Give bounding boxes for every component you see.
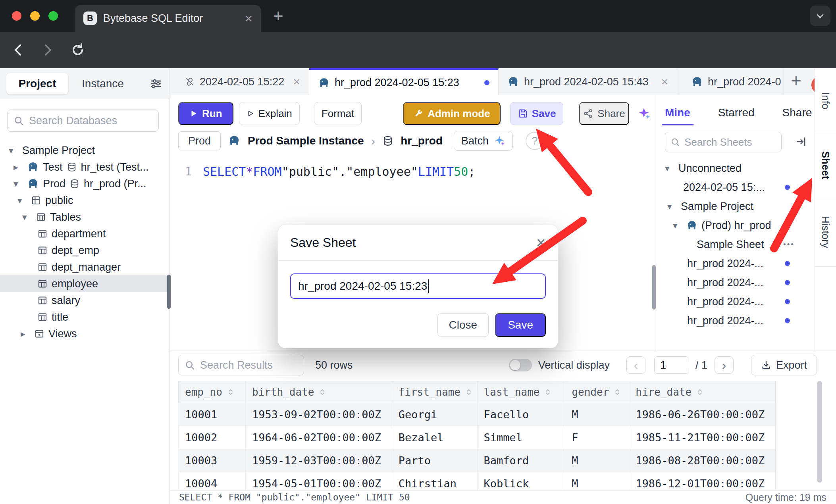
minimize-window-button[interactable] [30,11,40,21]
tree-item-table-salary[interactable]: salary [0,292,169,309]
search-icon [670,137,680,147]
collapse-panel-icon[interactable] [796,136,807,148]
chevron-down-icon[interactable]: ▾ [673,220,682,231]
sheet-tab-active[interactable]: hr_prod 2024-02-05 15:23 [309,68,499,96]
sheet-item[interactable]: hr_prod 2024-... [655,273,815,292]
close-icon[interactable]: × [661,76,668,88]
sheet-panel-resize-handle[interactable] [652,265,656,310]
environment-chip[interactable]: Prod [178,131,221,150]
column-header[interactable]: last_name [478,381,566,403]
sheet-group-project[interactable]: ▾ Sample Project [655,197,815,216]
chevron-right-icon[interactable]: ▸ [13,162,23,173]
tab-starred[interactable]: Starred [718,106,755,119]
column-header[interactable]: first_name [392,381,478,403]
admin-mode-button[interactable]: Admin mode [403,102,500,125]
help-icon[interactable]: ? [526,132,544,150]
results-scrollbar[interactable] [817,381,822,483]
instance-name[interactable]: Prod Sample Instance [248,135,364,147]
tree-item-project[interactable]: ▾ Sample Project [0,142,169,159]
rail-tab-history[interactable]: History [815,197,836,267]
chevron-down-icon[interactable]: ▾ [9,145,18,156]
close-icon[interactable]: × [293,76,300,88]
tree-item-instance-prod[interactable]: ▾ Prod hr_prod (Pr... [0,175,169,192]
sheet-tab-2[interactable]: hr_prod 2024-02-05 15:43 × [499,68,677,95]
chevron-down-icon[interactable]: ▾ [13,179,23,189]
tab-project[interactable]: Project [6,73,68,94]
sidebar-resize-handle[interactable] [167,275,171,309]
column-header[interactable]: gender [565,381,629,403]
tree-item-table-title[interactable]: title [0,309,169,325]
rail-tab-sheet[interactable]: Sheet [815,133,836,197]
share-button[interactable]: Share [579,102,629,125]
sheet-name-input[interactable]: hr_prod 2024-02-05 15:23 [290,273,546,299]
tree-item-schema-public[interactable]: ▾ public [0,192,169,209]
tab-search-button[interactable] [810,6,830,26]
tree-item-table-department[interactable]: department [0,225,169,242]
tree-item-table-dept-emp[interactable]: dept_emp [0,242,169,259]
database-search[interactable] [7,110,159,132]
sql-code-line[interactable]: 1 SELECT * FROM "public"."employee" LIMI… [170,163,475,180]
prev-page-button[interactable]: ‹ [626,356,645,374]
chevron-down-icon[interactable]: ▾ [667,201,677,212]
tab-mine[interactable]: Mine [665,106,690,119]
chevron-right-icon[interactable]: ▸ [21,329,30,339]
run-button[interactable]: Run [178,102,233,125]
column-header[interactable]: emp_no [179,381,246,403]
close-dialog-button[interactable]: Close [437,313,489,337]
results-search[interactable] [178,355,304,375]
close-tab-icon[interactable]: × [245,12,252,25]
sheet-tab-3[interactable]: hr_prod 2024-0 [682,68,784,95]
sheet-search[interactable] [665,132,782,152]
vertical-display-toggle[interactable] [509,359,532,371]
chevron-down-icon[interactable]: ▾ [22,212,32,223]
close-icon[interactable]: × [536,235,546,251]
back-icon[interactable] [10,42,26,58]
rail-tab-info[interactable]: Info [815,68,836,133]
explain-button[interactable]: Explain [239,102,300,125]
link-off-icon [185,77,195,87]
browser-tab[interactable]: B Bytebase SQL Editor × [75,5,261,32]
results-search-input[interactable] [200,359,298,371]
next-page-button[interactable]: › [715,356,734,374]
column-header[interactable]: birth_date [246,381,392,403]
sheet-item[interactable]: 2024-02-05 15:... [655,178,815,197]
tree-item-instance-test[interactable]: ▸ Test hr_test (Test... [0,159,169,175]
new-tab-button[interactable]: + [273,7,283,25]
table-row[interactable]: 100021964-06-02T00:00:00ZBezalelSimmelF1… [178,426,776,449]
page-number-input[interactable] [654,356,689,374]
chevron-down-icon[interactable]: ▾ [665,163,674,174]
tab-instance[interactable]: Instance [82,77,124,90]
column-header[interactable]: hire_date [629,381,776,403]
export-button[interactable]: Export [751,355,817,375]
ai-sparkle-icon[interactable] [637,107,651,120]
tree-item-table-employee[interactable]: employee [0,275,169,292]
maximize-window-button[interactable] [48,11,58,21]
sheet-item[interactable]: hr_prod 2024-... [655,311,815,330]
chevron-down-icon[interactable]: ▾ [17,195,27,206]
sheet-item[interactable]: hr_prod 2024-... [655,292,815,311]
sheet-tab-unconnected[interactable]: 2024-02-05 15:22 × [176,68,309,95]
close-window-button[interactable] [12,11,21,21]
database-name[interactable]: hr_prod [401,135,443,147]
tree-item-tables-group[interactable]: ▾ Tables [0,209,169,225]
sheet-group-unconnected[interactable]: ▾ Unconnected [655,159,815,178]
batch-mode-button[interactable]: Batch [454,131,513,151]
sheet-search-input[interactable] [684,136,776,148]
table-row[interactable]: 100011953-09-02T00:00:00ZGeorgiFacelloM1… [178,403,776,426]
sheet-group-database[interactable]: ▾ (Prod) hr_prod [655,216,815,235]
new-sheet-tab-button[interactable]: + [791,71,801,90]
save-dialog-button[interactable]: Save [495,313,546,337]
table-row[interactable]: 100031959-12-03T00:00:00ZPartoBamfordM19… [178,449,776,472]
reload-icon[interactable] [70,42,86,58]
format-button[interactable]: Format [314,102,362,125]
tree-item-table-dept-manager[interactable]: dept_manager [0,259,169,275]
database-search-input[interactable] [29,115,153,127]
more-icon[interactable]: ••• [783,240,795,249]
sheet-item-sample[interactable]: Sample Sheet ••• [655,235,815,254]
filter-sliders-icon[interactable] [149,77,163,90]
forward-icon[interactable] [40,42,56,58]
tab-share[interactable]: Share [782,106,812,119]
tree-item-views-group[interactable]: ▸ Views [0,325,169,342]
save-button[interactable]: Save [510,102,564,125]
sheet-item[interactable]: hr_prod 2024-... [655,254,815,273]
